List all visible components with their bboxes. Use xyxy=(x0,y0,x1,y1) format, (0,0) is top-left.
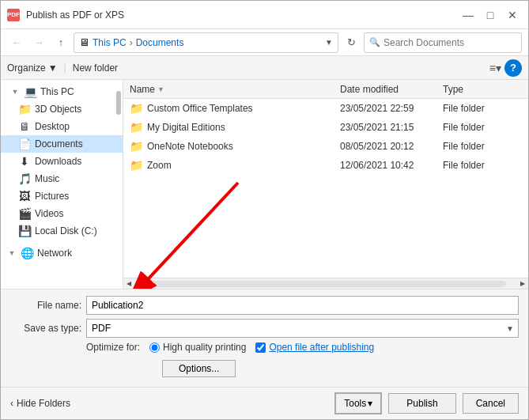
col-header-date[interactable]: Date modified xyxy=(340,84,443,95)
options-row: Options... xyxy=(10,357,519,377)
horizontal-scrollbar[interactable]: ◀ ▶ xyxy=(123,278,528,289)
sidebar-label-downloads: Downloads xyxy=(35,156,81,167)
file-name-cell: 📁 My Digital Editions xyxy=(130,121,340,134)
sidebar-item-this-pc[interactable]: ▼ 💻 This PC xyxy=(1,83,123,100)
address-bar[interactable]: 🖥 This PC › Documents ▼ xyxy=(74,32,338,53)
bottom-form-area: File name: Save as type: PDF ▼ Optimize … xyxy=(1,289,528,387)
sidebar-label-desktop: Desktop xyxy=(35,121,70,132)
file-type-cell: File folder xyxy=(443,103,522,114)
toolbar-divider: | xyxy=(64,62,66,74)
file-date-cell: 23/05/2021 22:59 xyxy=(340,103,443,114)
file-row[interactable]: 📁 Zoom 12/06/2021 10:42 File folder xyxy=(123,156,528,175)
save-type-row: Save as type: PDF ▼ xyxy=(10,319,519,338)
tools-label: Tools xyxy=(344,398,366,409)
sidebar-item-desktop[interactable]: 🖥 Desktop xyxy=(1,118,123,135)
file-name-row: File name: xyxy=(10,296,519,315)
window-controls: — □ ✕ xyxy=(459,6,522,24)
tools-button[interactable]: Tools ▾ xyxy=(335,393,381,414)
radio-high-quality-input[interactable] xyxy=(149,342,160,353)
col-header-name[interactable]: Name ▼ xyxy=(130,84,340,95)
organize-toolbar: Organize ▼ | New folder ≡ ▾ ? xyxy=(1,56,528,80)
view-button[interactable]: ≡ ▾ xyxy=(489,62,501,74)
scroll-left-button[interactable]: ◀ xyxy=(123,278,134,289)
sidebar-label-videos: Videos xyxy=(35,208,63,219)
file-name: Custom Office Templates xyxy=(147,103,253,114)
breadcrumb-documents[interactable]: Documents xyxy=(136,37,184,48)
maximize-button[interactable]: □ xyxy=(481,6,500,24)
hide-folders-label: Hide Folders xyxy=(17,398,70,409)
organize-button[interactable]: Organize ▼ xyxy=(7,62,58,74)
refresh-button[interactable]: ↻ xyxy=(342,33,361,52)
open-file-checkbox-input[interactable] xyxy=(255,342,266,353)
file-name: Zoom xyxy=(147,160,172,171)
file-header: Name ▼ Date modified Type xyxy=(123,80,528,99)
file-name-cell: 📁 Custom Office Templates xyxy=(130,102,340,115)
sidebar-item-documents[interactable]: 📄 Documents xyxy=(1,135,123,153)
search-input[interactable] xyxy=(384,37,516,48)
cancel-button[interactable]: Cancel xyxy=(463,393,519,414)
title-bar: PDF Publish as PDF or XPS — □ ✕ xyxy=(1,1,528,29)
file-date-cell: 12/06/2021 10:42 xyxy=(340,160,443,171)
sidebar-label-this-pc: This PC xyxy=(40,86,74,97)
breadcrumb-sep1: › xyxy=(130,37,133,48)
main-window: PDF Publish as PDF or XPS — □ ✕ ← → ↑ 🖥 … xyxy=(0,0,529,420)
sidebar-item-pictures[interactable]: 🖼 Pictures xyxy=(1,187,123,205)
options-button[interactable]: Options... xyxy=(162,360,236,377)
file-row[interactable]: 📁 Custom Office Templates 23/05/2021 22:… xyxy=(123,99,528,118)
help-button[interactable]: ? xyxy=(504,59,522,77)
file-row[interactable]: 📁 My Digital Editions 23/05/2021 21:15 F… xyxy=(123,118,528,137)
sidebar-item-downloads[interactable]: ⬇ Downloads xyxy=(1,153,123,170)
forward-button[interactable]: → xyxy=(29,33,48,52)
minimize-button[interactable]: — xyxy=(459,6,478,24)
sidebar-item-3d-objects[interactable]: 📁 3D Objects xyxy=(1,100,123,118)
sidebar-item-videos[interactable]: 🎬 Videos xyxy=(1,205,123,222)
up-button[interactable]: ↑ xyxy=(51,33,70,52)
organize-label: Organize xyxy=(7,62,46,74)
optimize-label: Optimize for: xyxy=(86,342,140,353)
nav-toolbar: ← → ↑ 🖥 This PC › Documents ▼ ↻ 🔍 xyxy=(1,29,528,56)
radio-high-quality-label: High quality printing xyxy=(163,342,246,353)
back-button[interactable]: ← xyxy=(7,33,26,52)
folder-icon: 📁 xyxy=(130,121,143,134)
sidebar-item-network[interactable]: ▼ 🌐 Network xyxy=(1,244,123,262)
pictures-icon: 🖼 xyxy=(18,190,31,202)
file-list: 📁 Custom Office Templates 23/05/2021 22:… xyxy=(123,99,528,278)
address-dropdown-arrow[interactable]: ▼ xyxy=(325,38,333,47)
file-type-cell: File folder xyxy=(443,122,522,133)
scroll-right-button[interactable]: ▶ xyxy=(517,278,528,289)
folder-icon: 📁 xyxy=(130,159,143,172)
save-type-label: Save as type: xyxy=(10,323,81,334)
save-type-select[interactable]: PDF xyxy=(86,319,519,338)
breadcrumb-this-pc[interactable]: This PC xyxy=(93,37,127,48)
sidebar: ▼ 💻 This PC 📁 3D Objects 🖥 Desktop 📄 Doc… xyxy=(1,80,123,289)
documents-icon: 📄 xyxy=(18,138,31,150)
sidebar-item-local-disk[interactable]: 💾 Local Disk (C:) xyxy=(1,222,123,240)
file-name: OneNote Notebooks xyxy=(147,141,233,152)
col-header-type[interactable]: Type xyxy=(443,84,522,95)
file-date-cell: 23/05/2021 21:15 xyxy=(340,122,443,133)
tools-chevron-icon: ▾ xyxy=(368,398,372,409)
radio-high-quality[interactable]: High quality printing xyxy=(149,342,246,353)
folder-icon: 📁 xyxy=(130,140,143,153)
open-after-publish-checkbox[interactable]: Open file after publishing xyxy=(255,342,374,353)
toolbar2-right: ≡ ▾ ? xyxy=(489,59,522,77)
file-name: My Digital Editions xyxy=(147,122,225,133)
main-area: ▼ 💻 This PC 📁 3D Objects 🖥 Desktop 📄 Doc… xyxy=(1,80,528,289)
sidebar-label-network: Network xyxy=(37,248,72,259)
window-title: Publish as PDF or XPS xyxy=(26,9,452,21)
file-name-cell: 📁 OneNote Notebooks xyxy=(130,140,340,153)
this-pc-icon: 💻 xyxy=(24,85,36,98)
new-folder-button[interactable]: New folder xyxy=(73,62,118,74)
music-icon: 🎵 xyxy=(18,172,31,185)
sidebar-label-music: Music xyxy=(35,173,59,184)
file-row[interactable]: 📁 OneNote Notebooks 08/05/2021 20:12 Fil… xyxy=(123,137,528,156)
close-button[interactable]: ✕ xyxy=(503,6,522,24)
tools-button-group: Tools ▾ xyxy=(334,392,382,414)
open-file-label[interactable]: Open file after publishing xyxy=(269,342,374,353)
sidebar-item-music[interactable]: 🎵 Music xyxy=(1,170,123,187)
file-name-input[interactable] xyxy=(86,296,519,315)
publish-button[interactable]: Publish xyxy=(388,393,455,414)
search-box: 🔍 xyxy=(364,32,522,53)
file-date-cell: 08/05/2021 20:12 xyxy=(340,141,443,152)
hide-folders-button[interactable]: ‹ Hide Folders xyxy=(10,398,70,409)
